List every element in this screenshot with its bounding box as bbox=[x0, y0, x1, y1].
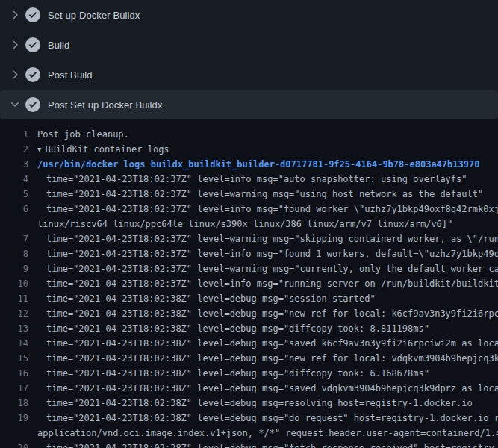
collapse-toggle-icon[interactable]: ▼ bbox=[37, 142, 41, 157]
line-number[interactable]: 6 bbox=[0, 202, 28, 217]
log-row: 2▼BuildKit container logs bbox=[0, 142, 498, 157]
line-number bbox=[0, 217, 28, 231]
chevron-right-icon[interactable] bbox=[9, 39, 21, 51]
line-number[interactable]: 9 bbox=[0, 261, 28, 276]
log-row: 6time="2021-04-23T18:02:37Z" level=info … bbox=[0, 202, 498, 217]
log-text: application/vnd.oci.image.index.v1+json,… bbox=[37, 426, 498, 441]
log-row: 20time="2021-04-23T18:02:38Z" level=debu… bbox=[0, 441, 498, 448]
log-text: time="2021-04-23T18:02:38Z" level=debug … bbox=[46, 351, 498, 366]
line-number[interactable]: 10 bbox=[0, 276, 28, 291]
step-title: Post Set up Docker Buildx bbox=[48, 99, 163, 111]
log-text: time="2021-04-23T18:02:37Z" level=info m… bbox=[46, 246, 498, 261]
steps-list: Set up Docker BuildxBuildPost BuildPost … bbox=[0, 0, 498, 119]
log-text: time="2021-04-23T18:02:38Z" level=debug … bbox=[46, 396, 473, 411]
line-number[interactable]: 3 bbox=[0, 157, 28, 172]
log-row: 12time="2021-04-23T18:02:38Z" level=debu… bbox=[0, 306, 498, 321]
log-row: 5time="2021-04-23T18:02:37Z" level=warni… bbox=[0, 187, 498, 202]
step-row-post-build[interactable]: Post Build bbox=[0, 60, 498, 90]
log-text: time="2021-04-23T18:02:38Z" level=debug … bbox=[46, 381, 498, 396]
step-row-post-set-up-docker-buildx[interactable]: Post Set up Docker Buildx bbox=[0, 90, 498, 119]
log-row: 1Post job cleanup. bbox=[0, 127, 498, 142]
log-text: Post job cleanup. bbox=[37, 127, 129, 142]
line-number[interactable]: 19 bbox=[0, 411, 28, 426]
log-row: 14time="2021-04-23T18:02:38Z" level=debu… bbox=[0, 336, 498, 351]
log-command-text: /usr/bin/docker logs buildx_buildkit_bui… bbox=[37, 157, 479, 172]
line-number[interactable]: 1 bbox=[0, 127, 28, 142]
log-text: time="2021-04-23T18:02:38Z" level=debug … bbox=[46, 321, 429, 336]
step-title: Post Build bbox=[48, 69, 93, 81]
log-row: 4time="2021-04-23T18:02:37Z" level=info … bbox=[0, 172, 498, 187]
chevron-down-icon[interactable] bbox=[9, 99, 21, 111]
line-number[interactable]: 18 bbox=[0, 396, 28, 411]
log-row: 15time="2021-04-23T18:02:38Z" level=debu… bbox=[0, 351, 498, 366]
log-text: time="2021-04-23T18:02:38Z" level=debug … bbox=[46, 366, 429, 381]
log-text: time="2021-04-23T18:02:37Z" level=warnin… bbox=[46, 187, 483, 202]
log-row: 3/usr/bin/docker logs buildx_buildkit_bu… bbox=[0, 157, 498, 172]
line-number[interactable]: 14 bbox=[0, 336, 28, 351]
chevron-right-icon[interactable] bbox=[9, 69, 21, 81]
line-number[interactable]: 7 bbox=[0, 231, 28, 246]
step-row-build[interactable]: Build bbox=[0, 30, 498, 60]
job-log-viewer: Set up Docker BuildxBuildPost BuildPost … bbox=[0, 0, 498, 448]
log-text: time="2021-04-23T18:02:38Z" level=debug … bbox=[46, 291, 376, 306]
check-circle-icon bbox=[25, 97, 40, 112]
log-text: time="2021-04-23T18:02:37Z" level=info m… bbox=[46, 172, 467, 187]
log-text: time="2021-04-23T18:02:37Z" level=info m… bbox=[46, 276, 498, 291]
check-circle-icon bbox=[25, 37, 40, 52]
line-number bbox=[0, 426, 28, 441]
step-row-set-up-docker-buildx[interactable]: Set up Docker Buildx bbox=[0, 0, 498, 30]
log-row: 11time="2021-04-23T18:02:38Z" level=debu… bbox=[0, 291, 498, 306]
line-number[interactable]: 13 bbox=[0, 321, 28, 336]
log-row: 16time="2021-04-23T18:02:38Z" level=debu… bbox=[0, 366, 498, 381]
log-text: time="2021-04-23T18:02:37Z" level=warnin… bbox=[46, 231, 498, 246]
log-row: 19time="2021-04-23T18:02:38Z" level=debu… bbox=[0, 411, 498, 426]
log-text: time="2021-04-23T18:02:38Z" level=debug … bbox=[46, 336, 498, 351]
log-text: ▼BuildKit container logs bbox=[37, 142, 169, 157]
log-text: time="2021-04-23T18:02:38Z" level=debug … bbox=[46, 411, 498, 426]
log-text: linux/riscv64 linux/ppc64le linux/s390x … bbox=[37, 217, 452, 231]
log-row: application/vnd.oci.image.index.v1+json,… bbox=[0, 426, 498, 441]
log-row: linux/riscv64 linux/ppc64le linux/s390x … bbox=[0, 217, 498, 231]
line-number[interactable]: 5 bbox=[0, 187, 28, 202]
step-title: Build bbox=[48, 40, 69, 51]
line-number[interactable]: 20 bbox=[0, 441, 28, 448]
log-row: 9time="2021-04-23T18:02:37Z" level=warni… bbox=[0, 261, 498, 276]
line-number[interactable]: 12 bbox=[0, 306, 28, 321]
log-text: time="2021-04-23T18:02:37Z" level=info m… bbox=[46, 202, 498, 217]
log-row: 13time="2021-04-23T18:02:38Z" level=debu… bbox=[0, 321, 498, 336]
check-circle-icon bbox=[25, 67, 40, 82]
log-row: 10time="2021-04-23T18:02:37Z" level=info… bbox=[0, 276, 498, 291]
group-label: BuildKit container logs bbox=[45, 144, 169, 155]
line-number[interactable]: 4 bbox=[0, 172, 28, 187]
log-row: 7time="2021-04-23T18:02:37Z" level=warni… bbox=[0, 231, 498, 246]
log-text: time="2021-04-23T18:02:38Z" level=debug … bbox=[46, 306, 498, 321]
check-circle-icon bbox=[25, 7, 40, 22]
log-row: 17time="2021-04-23T18:02:38Z" level=debu… bbox=[0, 381, 498, 396]
line-number[interactable]: 17 bbox=[0, 381, 28, 396]
log-row: 8time="2021-04-23T18:02:37Z" level=info … bbox=[0, 246, 498, 261]
line-number[interactable]: 2 bbox=[0, 142, 28, 157]
log-panel: 1Post job cleanup.2▼BuildKit container l… bbox=[0, 119, 498, 448]
log-text: time="2021-04-23T18:02:38Z" level=debug … bbox=[46, 441, 498, 448]
line-number[interactable]: 15 bbox=[0, 351, 28, 366]
line-number[interactable]: 16 bbox=[0, 366, 28, 381]
line-number[interactable]: 11 bbox=[0, 291, 28, 306]
log-text: time="2021-04-23T18:02:37Z" level=warnin… bbox=[46, 261, 498, 276]
line-number[interactable]: 8 bbox=[0, 246, 28, 261]
log-row: 18time="2021-04-23T18:02:38Z" level=debu… bbox=[0, 396, 498, 411]
chevron-right-icon[interactable] bbox=[9, 9, 21, 21]
step-title: Set up Docker Buildx bbox=[48, 10, 140, 21]
